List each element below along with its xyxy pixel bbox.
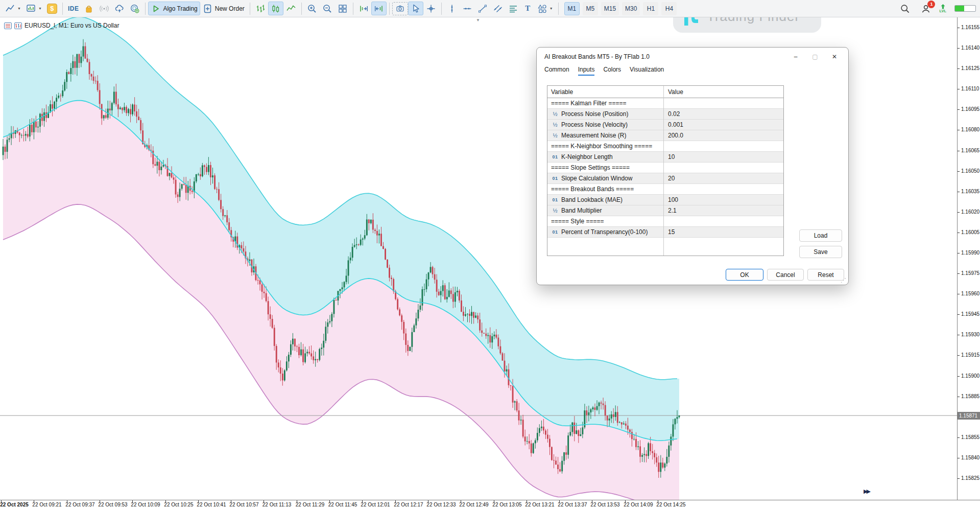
timeframe-m15[interactable]: M15 (601, 2, 619, 15)
auto-scroll-button[interactable] (356, 2, 371, 15)
signal-waves-icon (99, 4, 109, 14)
tab-visualization[interactable]: Visualization (630, 66, 664, 76)
load-button[interactable]: Load (799, 229, 842, 242)
indicators-button[interactable]: ▼ (23, 2, 44, 15)
maximize-button[interactable]: ▢ (805, 50, 825, 64)
settings-row[interactable]: ===== K-Neighbor Smoothing ===== (547, 141, 783, 152)
mt5-window: ▼ ▼ $ IDE Algo Trading (0, 0, 980, 509)
settings-row[interactable]: ½Measurement Noise (R)200.0 (547, 130, 783, 141)
setting-value[interactable]: 15 (663, 228, 783, 236)
chart-profile-button[interactable]: ▼ (3, 2, 23, 15)
tile-windows-button[interactable] (335, 2, 350, 15)
close-button[interactable]: ✕ (825, 50, 844, 64)
setting-label: ===== Slope Settings ===== (551, 164, 630, 171)
signals-button[interactable] (97, 2, 112, 15)
price-axis[interactable]: 1.161551.161401.161251.161101.160951.160… (957, 17, 980, 500)
search-button[interactable] (897, 2, 913, 15)
zigzag-line-icon (286, 4, 296, 14)
indicator-window-icon (26, 4, 36, 14)
algo-trading-button[interactable]: Algo Trading (148, 2, 200, 15)
setting-value[interactable]: 200.0 (663, 132, 783, 139)
vertical-line-icon (447, 4, 457, 14)
ide-button[interactable]: IDE (65, 2, 82, 15)
timeframe-h1[interactable]: H1 (643, 2, 658, 15)
settings-row[interactable]: 01Band Lookback (MAE)100 (547, 195, 783, 205)
cursor-tool-button[interactable] (408, 2, 423, 15)
screenshot-button[interactable] (393, 3, 407, 14)
time-axis[interactable]: 22 Oct 202522 Oct 09:2122 Oct 09:3722 Oc… (0, 500, 980, 509)
minimize-button[interactable]: – (786, 50, 805, 64)
tab-inputs[interactable]: Inputs (578, 66, 595, 76)
zoom-out-button[interactable] (320, 2, 335, 15)
setting-value[interactable]: 10 (663, 153, 783, 160)
horizontal-line-tool-button[interactable] (460, 2, 475, 15)
toolbar-separator (250, 3, 250, 15)
deposit-button[interactable]: $ (44, 2, 60, 15)
timeframe-m1[interactable]: M1 (564, 2, 580, 15)
setting-label: ===== Kalman Filter ===== (551, 100, 626, 107)
setting-value[interactable]: 20 (663, 175, 783, 182)
timeframe-m30[interactable]: M30 (622, 2, 640, 15)
save-button[interactable]: Save (799, 246, 842, 258)
time-label: 22 Oct 09:53 (98, 502, 127, 507)
tile-windows-icon (338, 4, 348, 14)
price-tick (958, 151, 960, 151)
fibonacci-tool-button[interactable] (506, 2, 521, 15)
vps-button[interactable] (112, 2, 127, 15)
settings-row[interactable]: ===== Breakout Bands ===== (547, 184, 783, 195)
zoom-in-button[interactable] (304, 2, 320, 15)
play-icon (151, 4, 161, 14)
current-price-badge: 1.15871 (958, 412, 980, 420)
tab-colors[interactable]: Colors (603, 66, 621, 76)
market-button[interactable] (81, 2, 97, 15)
channel-tool-button[interactable] (490, 2, 506, 15)
settings-row[interactable]: 01Percent of Transperancy(0-100)15 (547, 227, 783, 238)
new-order-icon (203, 4, 213, 14)
line-chart-type-button[interactable] (283, 2, 299, 15)
crosshair-tool-button[interactable] (423, 2, 439, 15)
timeframe-h4[interactable]: H4 (661, 2, 677, 15)
setting-value[interactable]: 100 (663, 196, 783, 203)
chart-window-menu-icon (4, 22, 12, 29)
settings-row[interactable]: 01K-Neighbor Length10 (547, 152, 783, 163)
settings-row[interactable]: ===== Kalman Filter ===== (547, 98, 783, 109)
new-order-button[interactable]: New Order (200, 2, 247, 15)
community-button[interactable] (127, 2, 142, 15)
shapes-tool-button[interactable]: ▼ (535, 2, 556, 15)
tab-common[interactable]: Common (544, 66, 569, 76)
level-indicator[interactable]: LVL (939, 4, 946, 13)
settings-row[interactable]: ½Process Noise (Position)0.02 (547, 109, 783, 120)
chart-shift-marker[interactable]: ▼ (476, 18, 480, 22)
reset-button[interactable]: Reset (807, 269, 844, 281)
candle-chart-type-button[interactable] (268, 2, 283, 15)
timeframe-m5[interactable]: M5 (583, 2, 598, 15)
setting-label: ===== K-Neighbor Smoothing ===== (551, 143, 652, 150)
chart-shift-button[interactable] (371, 2, 387, 15)
settings-row[interactable]: ===== Slope Settings ===== (547, 163, 783, 173)
setting-value[interactable]: 2.1 (663, 207, 783, 214)
cancel-button[interactable]: Cancel (767, 269, 804, 281)
price-tick (958, 397, 960, 397)
dialog-titlebar[interactable]: AI Breakout Bands MT5 - By TFlab 1.0 – ▢… (537, 48, 848, 66)
settings-row[interactable]: ===== Style ===== (547, 216, 783, 227)
vertical-line-tool-button[interactable] (444, 2, 460, 15)
bar-chart-type-button[interactable] (253, 2, 268, 15)
text-tool-button[interactable]: T (521, 2, 535, 15)
resize-grip[interactable]: ⋰ (841, 277, 846, 284)
indicator-settings-dialog: AI Breakout Bands MT5 - By TFlab 1.0 – ▢… (536, 47, 849, 285)
settings-row[interactable]: ½Band Multiplier2.1 (547, 205, 783, 216)
profile-button[interactable]: 1 (921, 4, 931, 14)
setting-value[interactable]: 0.001 (663, 121, 783, 128)
setting-value[interactable]: 0.02 (663, 110, 783, 118)
ok-button[interactable]: OK (726, 269, 763, 281)
chart-icon (14, 22, 22, 29)
fast-forward-icon[interactable]: ▶▶ (864, 488, 869, 495)
settings-row[interactable]: ½Process Noise (Velocity)0.001 (547, 120, 783, 130)
trendline-tool-button[interactable] (475, 2, 490, 15)
horizontal-line-icon (462, 4, 472, 14)
price-label: 1.15840 (961, 455, 979, 460)
connection-status-bar[interactable] (954, 5, 976, 12)
time-label: 22 Oct 09:37 (65, 502, 94, 507)
settings-row[interactable]: 01Slope Calculation Window20 (547, 173, 783, 184)
price-label: 1.16050 (961, 168, 979, 174)
